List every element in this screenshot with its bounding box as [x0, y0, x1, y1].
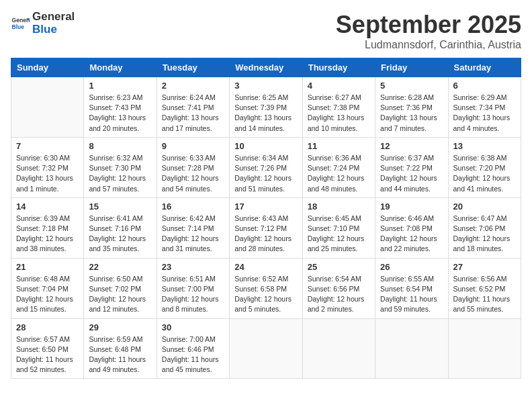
day-info: Sunrise: 6:45 AM Sunset: 7:10 PM Dayligh… — [308, 214, 370, 255]
day-number: 18 — [308, 201, 370, 212]
day-info: Sunrise: 6:32 AM Sunset: 7:30 PM Dayligh… — [89, 153, 151, 194]
day-number: 1 — [89, 81, 151, 91]
day-info: Sunrise: 6:55 AM Sunset: 6:54 PM Dayligh… — [380, 274, 443, 315]
day-info: Sunrise: 6:41 AM Sunset: 7:16 PM Dayligh… — [89, 214, 151, 255]
day-info: Sunrise: 6:54 AM Sunset: 6:56 PM Dayligh… — [308, 274, 370, 315]
calendar-cell: 17Sunrise: 6:43 AM Sunset: 7:12 PM Dayli… — [230, 197, 302, 258]
svg-text:Blue: Blue — [12, 23, 25, 30]
day-number: 9 — [162, 141, 224, 151]
logo-icon: General Blue — [11, 14, 30, 33]
day-info: Sunrise: 6:29 AM Sunset: 7:34 PM Dayligh… — [453, 93, 516, 134]
day-info: Sunrise: 6:23 AM Sunset: 7:43 PM Dayligh… — [89, 93, 151, 134]
calendar-cell — [375, 318, 448, 379]
day-number: 11 — [308, 141, 370, 151]
location-title: Ludmannsdorf, Carinthia, Austria — [336, 39, 521, 51]
calendar-week-row: 7Sunrise: 6:30 AM Sunset: 7:32 PM Daylig… — [11, 137, 521, 197]
day-info: Sunrise: 6:47 AM Sunset: 7:06 PM Dayligh… — [453, 214, 516, 255]
calendar-cell: 28Sunrise: 6:57 AM Sunset: 6:50 PM Dayli… — [11, 318, 84, 379]
day-number: 12 — [380, 141, 443, 151]
day-info: Sunrise: 6:50 AM Sunset: 7:02 PM Dayligh… — [89, 274, 151, 315]
calendar-cell: 7Sunrise: 6:30 AM Sunset: 7:32 PM Daylig… — [11, 137, 84, 197]
calendar-cell: 18Sunrise: 6:45 AM Sunset: 7:10 PM Dayli… — [302, 197, 375, 258]
calendar-cell: 19Sunrise: 6:46 AM Sunset: 7:08 PM Dayli… — [375, 197, 448, 258]
calendar-cell: 21Sunrise: 6:48 AM Sunset: 7:04 PM Dayli… — [11, 258, 84, 318]
col-header-friday: Friday — [375, 58, 448, 77]
calendar-cell: 24Sunrise: 6:52 AM Sunset: 6:58 PM Dayli… — [230, 258, 302, 318]
calendar-cell: 6Sunrise: 6:29 AM Sunset: 7:34 PM Daylig… — [448, 77, 521, 138]
day-info: Sunrise: 6:51 AM Sunset: 7:00 PM Dayligh… — [162, 274, 224, 315]
calendar-cell — [302, 318, 375, 379]
day-number: 14 — [16, 201, 79, 212]
day-info: Sunrise: 6:27 AM Sunset: 7:38 PM Dayligh… — [308, 93, 370, 134]
calendar-cell: 25Sunrise: 6:54 AM Sunset: 6:56 PM Dayli… — [302, 258, 375, 318]
day-number: 28 — [16, 322, 79, 332]
calendar-week-row: 1Sunrise: 6:23 AM Sunset: 7:43 PM Daylig… — [11, 77, 521, 138]
day-info: Sunrise: 6:52 AM Sunset: 6:58 PM Dayligh… — [234, 274, 297, 315]
col-header-saturday: Saturday — [448, 58, 521, 77]
col-header-wednesday: Wednesday — [230, 58, 302, 77]
calendar-cell: 2Sunrise: 6:24 AM Sunset: 7:41 PM Daylig… — [157, 77, 229, 138]
day-info: Sunrise: 6:33 AM Sunset: 7:28 PM Dayligh… — [162, 153, 224, 194]
day-info: Sunrise: 6:39 AM Sunset: 7:18 PM Dayligh… — [16, 214, 79, 255]
calendar: SundayMondayTuesdayWednesdayThursdayFrid… — [11, 58, 521, 379]
calendar-week-row: 21Sunrise: 6:48 AM Sunset: 7:04 PM Dayli… — [11, 258, 521, 318]
calendar-cell — [448, 318, 521, 379]
day-number: 27 — [453, 262, 516, 272]
day-info: Sunrise: 7:00 AM Sunset: 6:46 PM Dayligh… — [162, 334, 224, 375]
day-info: Sunrise: 6:56 AM Sunset: 6:52 PM Dayligh… — [453, 274, 516, 315]
calendar-cell: 10Sunrise: 6:34 AM Sunset: 7:26 PM Dayli… — [230, 137, 302, 197]
day-number: 24 — [234, 262, 297, 272]
calendar-cell: 9Sunrise: 6:33 AM Sunset: 7:28 PM Daylig… — [157, 137, 229, 197]
day-info: Sunrise: 6:43 AM Sunset: 7:12 PM Dayligh… — [234, 214, 297, 255]
calendar-cell: 15Sunrise: 6:41 AM Sunset: 7:16 PM Dayli… — [84, 197, 157, 258]
logo-blue: Blue — [32, 24, 75, 36]
day-info: Sunrise: 6:42 AM Sunset: 7:14 PM Dayligh… — [162, 214, 224, 255]
col-header-sunday: Sunday — [11, 58, 84, 77]
calendar-cell: 14Sunrise: 6:39 AM Sunset: 7:18 PM Dayli… — [11, 197, 84, 258]
day-number: 19 — [380, 201, 443, 212]
calendar-cell: 12Sunrise: 6:37 AM Sunset: 7:22 PM Dayli… — [375, 137, 448, 197]
day-number: 4 — [308, 81, 370, 91]
logo: General Blue General Blue — [11, 11, 75, 36]
col-header-monday: Monday — [84, 58, 157, 77]
logo-general: General — [32, 11, 75, 24]
day-number: 17 — [234, 201, 297, 212]
day-number: 22 — [89, 262, 151, 272]
calendar-cell — [11, 77, 84, 138]
day-number: 7 — [16, 141, 79, 151]
day-number: 5 — [380, 81, 443, 91]
svg-text:General: General — [12, 17, 30, 24]
calendar-cell: 4Sunrise: 6:27 AM Sunset: 7:38 PM Daylig… — [302, 77, 375, 138]
calendar-cell: 11Sunrise: 6:36 AM Sunset: 7:24 PM Dayli… — [302, 137, 375, 197]
calendar-cell: 16Sunrise: 6:42 AM Sunset: 7:14 PM Dayli… — [157, 197, 229, 258]
title-area: September 2025 Ludmannsdorf, Carinthia, … — [336, 11, 521, 51]
month-title: September 2025 — [336, 11, 521, 39]
calendar-cell: 29Sunrise: 6:59 AM Sunset: 6:48 PM Dayli… — [84, 318, 157, 379]
day-info: Sunrise: 6:24 AM Sunset: 7:41 PM Dayligh… — [162, 93, 224, 134]
day-info: Sunrise: 6:28 AM Sunset: 7:36 PM Dayligh… — [380, 93, 443, 134]
calendar-cell: 20Sunrise: 6:47 AM Sunset: 7:06 PM Dayli… — [448, 197, 521, 258]
day-info: Sunrise: 6:46 AM Sunset: 7:08 PM Dayligh… — [380, 214, 443, 255]
day-info: Sunrise: 6:34 AM Sunset: 7:26 PM Dayligh… — [234, 153, 297, 194]
calendar-cell: 23Sunrise: 6:51 AM Sunset: 7:00 PM Dayli… — [157, 258, 229, 318]
calendar-cell: 22Sunrise: 6:50 AM Sunset: 7:02 PM Dayli… — [84, 258, 157, 318]
day-number: 23 — [162, 262, 224, 272]
day-number: 2 — [162, 81, 224, 91]
day-number: 20 — [453, 201, 516, 212]
day-info: Sunrise: 6:57 AM Sunset: 6:50 PM Dayligh… — [16, 334, 79, 375]
day-number: 25 — [308, 262, 370, 272]
day-number: 15 — [89, 201, 151, 212]
day-info: Sunrise: 6:59 AM Sunset: 6:48 PM Dayligh… — [89, 334, 151, 375]
calendar-cell: 3Sunrise: 6:25 AM Sunset: 7:39 PM Daylig… — [230, 77, 302, 138]
calendar-cell — [230, 318, 302, 379]
day-number: 16 — [162, 201, 224, 212]
calendar-week-row: 28Sunrise: 6:57 AM Sunset: 6:50 PM Dayli… — [11, 318, 521, 379]
day-number: 13 — [453, 141, 516, 151]
day-info: Sunrise: 6:48 AM Sunset: 7:04 PM Dayligh… — [16, 274, 79, 315]
day-number: 8 — [89, 141, 151, 151]
day-number: 3 — [234, 81, 297, 91]
day-info: Sunrise: 6:25 AM Sunset: 7:39 PM Dayligh… — [234, 93, 297, 134]
col-header-tuesday: Tuesday — [157, 58, 229, 77]
calendar-cell: 1Sunrise: 6:23 AM Sunset: 7:43 PM Daylig… — [84, 77, 157, 138]
calendar-cell: 8Sunrise: 6:32 AM Sunset: 7:30 PM Daylig… — [84, 137, 157, 197]
